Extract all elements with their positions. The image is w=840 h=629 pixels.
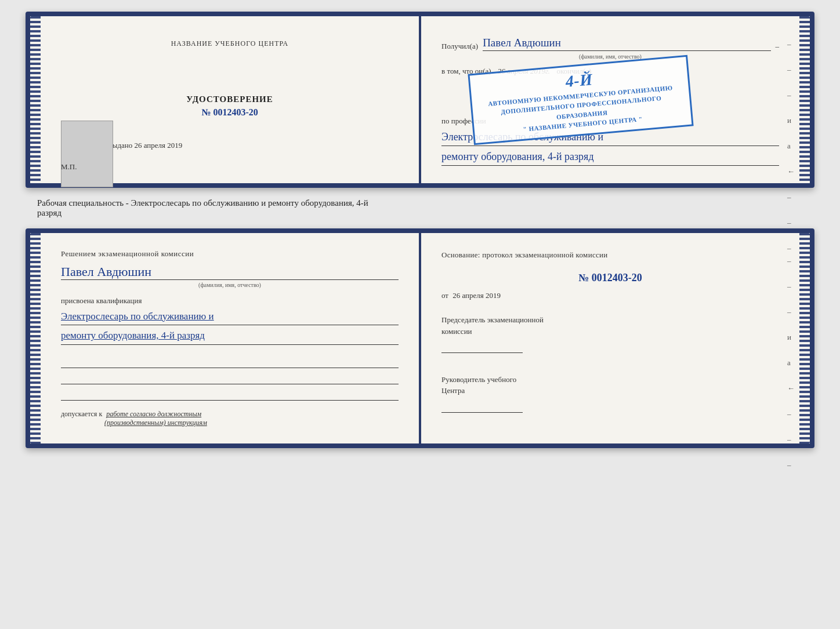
center-head-label2: Центра: [441, 385, 779, 397]
from-date-line: от 26 апреля 2019: [441, 291, 779, 300]
qualification-line1: Электрослесарь по обслуживанию и: [61, 308, 399, 326]
bottom-document: Решением экзаменационной комиссии Павел …: [26, 228, 814, 449]
specialty-line2: разряд: [37, 208, 368, 218]
sig-line-2: [61, 373, 399, 384]
received-label: Получил(а): [441, 42, 478, 51]
bottom-left-page: Решением экзаменационной комиссии Павел …: [41, 233, 421, 444]
mp-label: М.П.: [61, 162, 77, 172]
from-date-value: 26 апреля 2019: [452, 291, 501, 300]
decision-title: Решением экзаменационной комиссии: [61, 249, 399, 259]
spine-right-top: [799, 16, 810, 183]
right-dashes: – – – и а ← – – –: [787, 39, 795, 253]
допускается-text: работе согласно должностным: [106, 410, 201, 418]
protocol-number: № 0012403-20: [441, 272, 779, 284]
issued-line: Выдано 26 апреля 2019: [107, 141, 399, 150]
допускается-prefix: допускается к: [61, 410, 102, 418]
center-head-label1: Руководитель учебного: [441, 374, 779, 386]
photo-placeholder: [61, 121, 113, 187]
sig-line-1: [61, 357, 399, 368]
допускается-text2: (производственным) инструкциям: [104, 419, 207, 427]
top-document: НАЗВАНИЕ УЧЕБНОГО ЦЕНТРА УДОСТОВЕРЕНИЕ №…: [26, 12, 814, 188]
center-head: Руководитель учебного Центра: [441, 374, 779, 416]
допускается-line: допускается к работе согласно должностны…: [61, 410, 399, 427]
person-name-bottom: Павел Авдюшин: [61, 264, 399, 280]
cert-title: УДОСТОВЕРЕНИЕ: [61, 94, 399, 104]
training-center-name: НАЗВАНИЕ УЧЕБНОГО ЦЕНТРА: [61, 39, 399, 48]
spine-left-top: [30, 16, 41, 183]
fio-label-top: (фамилия, имя, отчество): [441, 53, 779, 60]
assigned-label: присвоена квалификация: [61, 296, 399, 306]
bottom-right-page: Основание: протокол экзаменационной коми…: [421, 233, 799, 444]
top-right-page: Получил(а) Павел Авдюшин – (фамилия, имя…: [421, 16, 799, 183]
spine-left-bottom: [30, 233, 41, 444]
signature-lines: [61, 357, 399, 401]
fio-label-bottom: (фамилия, имя, отчество): [61, 282, 399, 288]
sig-line-3: [61, 389, 399, 401]
center-head-sign-line: [441, 401, 523, 413]
specialty-line1: Рабочая специальность - Электрослесарь п…: [37, 198, 368, 208]
profession-line2: ремонту оборудования, 4-й разряд: [441, 148, 779, 166]
recipient-name: Павел Авдюшин: [483, 37, 770, 51]
spine-right-bottom: [799, 233, 810, 444]
qualification-line2: ремонту оборудования, 4-й разряд: [61, 328, 399, 345]
chairman-label1: Председатель экзаменационной: [441, 314, 779, 326]
basis-title: Основание: протокол экзаменационной коми…: [441, 249, 779, 261]
commission-chair: Председатель экзаменационной комиссии: [441, 314, 779, 357]
chairman-sign-line: [441, 341, 523, 353]
cert-number: № 0012403-20: [61, 107, 399, 118]
recipient-line: Получил(а) Павел Авдюшин –: [441, 37, 779, 51]
top-left-page: НАЗВАНИЕ УЧЕБНОГО ЦЕНТРА УДОСТОВЕРЕНИЕ №…: [41, 16, 421, 183]
chairman-label2: комиссии: [441, 326, 779, 337]
right-dashes-bottom: – – – и а ← – – –: [787, 256, 795, 470]
issued-date: 26 апреля 2019: [135, 141, 183, 150]
specialty-label-container: Рабочая специальность - Электрослесарь п…: [37, 198, 368, 218]
from-label: от: [441, 291, 448, 300]
